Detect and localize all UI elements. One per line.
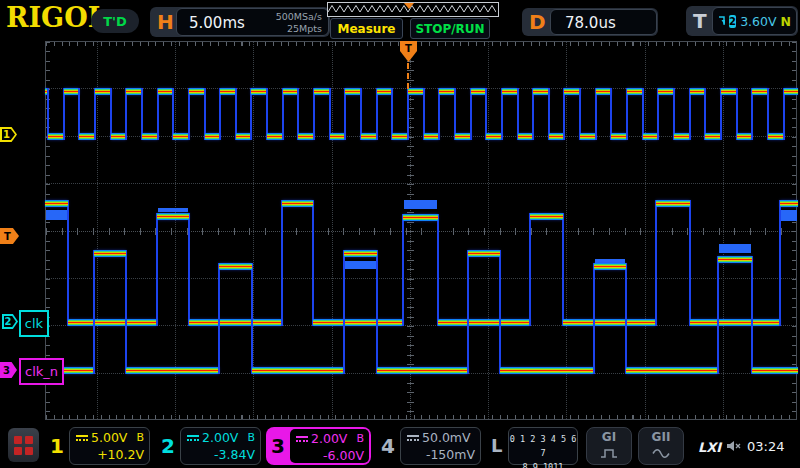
sound-muted-icon <box>726 440 742 452</box>
trigger-panel[interactable]: T 2 3.60V N <box>686 6 798 36</box>
memory-depth: 25Mpts <box>276 23 322 35</box>
dc-coupling-icon <box>407 435 419 441</box>
menu-button[interactable] <box>8 428 39 462</box>
trigger-box: 2 3.60V N <box>712 7 797 35</box>
horizontal-letter: H <box>157 10 174 34</box>
channel3-widget[interactable]: 3 2.00V B -6.00V <box>266 427 371 465</box>
stop-run-button[interactable]: STOP/RUN <box>410 18 490 39</box>
horizontal-box: 5.00ms 500MSa/s 25Mpts <box>176 8 329 36</box>
ch3-position-marker[interactable]: 3 <box>0 362 17 378</box>
horizontal-panel[interactable]: H 5.00ms 500MSa/s 25Mpts <box>150 7 330 37</box>
channel4-widget[interactable]: 4 50.0mV -150mV <box>376 427 481 465</box>
ch3-waveform-label[interactable]: clk_n <box>19 358 64 385</box>
delay-panel[interactable]: D 78.0us <box>522 8 658 36</box>
ch4-number: 4 <box>381 434 395 458</box>
ch4-box: 50.0mV -150mV <box>400 427 481 465</box>
ch3-bandwidth: B <box>356 432 364 445</box>
dc-coupling-icon <box>76 435 88 441</box>
ch1-bandwidth: B <box>136 431 144 444</box>
source2-label: GII <box>639 430 683 444</box>
waveform-traces <box>0 0 800 468</box>
channel2-widget[interactable]: 2 2.00V B -3.84V <box>156 427 261 465</box>
ch2-waveform-label[interactable]: clk <box>19 310 49 337</box>
measure-button[interactable]: Measure <box>330 18 403 39</box>
oscilloscope-screen: RIGOL T'D H 5.00ms 500MSa/s 25Mpts Measu… <box>0 0 800 468</box>
lxi-logo: LXI <box>698 440 721 455</box>
ch3-offset: -6.00V <box>323 448 364 463</box>
ch3-box: 2.00V B -6.00V <box>290 429 369 463</box>
ch1-box: 5.00V B +10.2V <box>69 427 150 465</box>
dc-coupling-icon <box>187 435 199 441</box>
channel1-widget[interactable]: 1 5.00V B +10.2V <box>45 427 150 465</box>
trigger-status-badge: T'D <box>91 9 139 33</box>
source1-button[interactable]: GI <box>586 427 632 465</box>
ch1-number: 1 <box>50 434 64 458</box>
la-letter: L <box>491 435 502 456</box>
falling-edge-icon <box>718 15 725 27</box>
menu-grid-icon <box>14 436 33 455</box>
la-channels-row2: 8 9 1011 12131415 <box>509 460 577 468</box>
sample-rate: 500MSa/s <box>276 11 322 23</box>
trigger-level-value: 3.60V <box>740 14 776 29</box>
source1-label: GI <box>587 430 631 444</box>
trigger-letter: T <box>693 9 707 33</box>
ch3-scale: 2.00V <box>311 431 347 446</box>
source2-button[interactable]: GII <box>638 427 684 465</box>
ch2-position-marker[interactable]: 2 <box>2 314 18 329</box>
ch4-scale: 50.0mV <box>422 430 471 445</box>
trigger-position-marker[interactable]: T <box>400 41 417 62</box>
trigger-mode: N <box>781 14 791 29</box>
ch2-number: 2 <box>161 434 175 458</box>
clock-time: 03:24 <box>747 439 784 454</box>
ch2-box: 2.00V B -3.84V <box>180 427 261 465</box>
ch2-bandwidth: B <box>247 431 255 444</box>
ch2-scale: 2.00V <box>202 430 238 445</box>
waveform-preview-strip[interactable] <box>327 2 499 17</box>
acquisition-info: 500MSa/s 25Mpts <box>276 11 322 35</box>
dc-coupling-icon <box>296 436 308 442</box>
sine-wave-icon <box>652 448 670 459</box>
ch4-offset: -150mV <box>426 447 475 462</box>
timebase-value: 5.00ms <box>189 14 245 32</box>
trigger-level-marker[interactable]: T <box>0 228 19 244</box>
ch1-scale: 5.00V <box>91 430 127 445</box>
ch2-offset: -3.84V <box>214 447 255 462</box>
trigger-position-line <box>407 63 409 89</box>
logic-analyzer-widget[interactable]: L 0 1 2 3 4 5 6 7 8 9 1011 12131415 <box>486 427 578 465</box>
la-channels-row1: 0 1 2 3 4 5 6 7 <box>509 432 577 460</box>
delay-value: 78.0us <box>565 14 616 32</box>
ch3-number: 3 <box>271 434 285 458</box>
ch1-position-marker[interactable]: 1 <box>0 127 17 142</box>
graticule <box>0 0 800 468</box>
delay-box: 78.0us <box>550 9 657 35</box>
trigger-source-badge: 2 <box>729 15 736 28</box>
marker-layer: 1 T 2 3 clk clk_n T <box>0 0 800 468</box>
preview-position-icon <box>404 3 414 9</box>
la-box: 0 1 2 3 4 5 6 7 8 9 1011 12131415 <box>508 427 578 465</box>
ch1-offset: +10.2V <box>97 447 144 462</box>
delay-letter: D <box>529 10 546 34</box>
pulse-wave-icon <box>600 448 618 459</box>
